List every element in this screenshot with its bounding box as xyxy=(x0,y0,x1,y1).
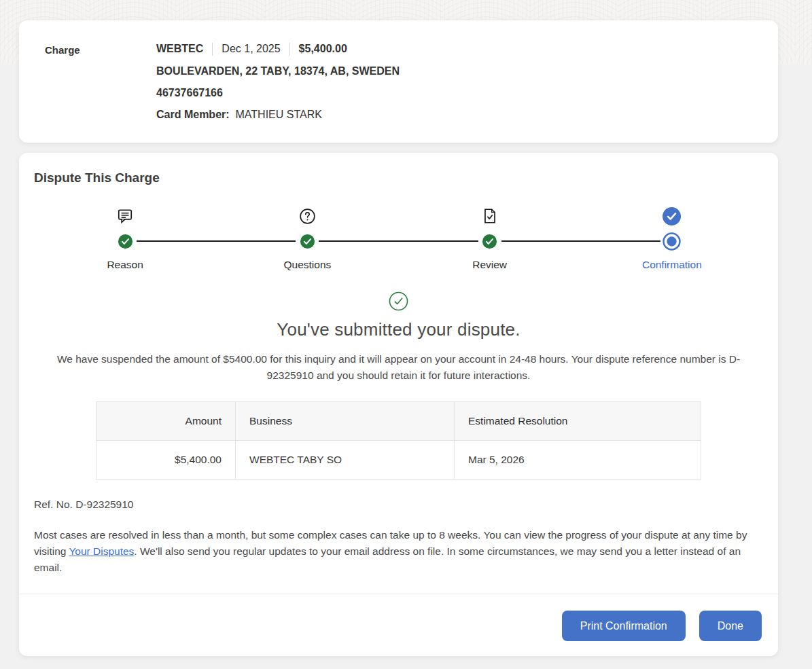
charge-amount: $5,400.00 xyxy=(299,43,347,55)
card-member-line: Card Member: MATHIEU STARK xyxy=(156,109,400,122)
merchant-phone: 46737667166 xyxy=(156,87,400,101)
reference-number: Ref. No. D-92325910 xyxy=(34,499,763,511)
cell-amount: $5,400.00 xyxy=(96,441,236,480)
table-row: $5,400.00 WEBTEC TABY SO Mar 5, 2026 xyxy=(96,441,701,480)
page-title: Dispute This Charge xyxy=(34,170,763,185)
column-header-estimated-resolution: Estimated Resolution xyxy=(455,402,701,441)
action-bar: Print Confirmation Done xyxy=(19,594,778,659)
column-header-amount: Amount xyxy=(96,402,236,441)
print-confirmation-button[interactable]: Print Confirmation xyxy=(562,611,686,641)
step-current-icon xyxy=(663,232,681,250)
merchant-name: WEBTEC xyxy=(156,43,203,55)
cell-estimated-resolution: Mar 5, 2026 xyxy=(455,441,701,480)
document-check-icon xyxy=(481,204,499,228)
info-text-after-link: . We'll also send you regular updates to… xyxy=(34,545,741,573)
your-disputes-link[interactable]: Your Disputes xyxy=(69,545,134,557)
merchant-line: WEBTEC Dec 1, 2025 $5,400.00 xyxy=(156,41,400,57)
cell-business: WEBTEC TABY SO xyxy=(236,441,455,480)
question-icon xyxy=(298,204,317,228)
card-member-name: MATHIEU STARK xyxy=(232,109,322,120)
success-check-icon xyxy=(34,291,763,311)
step-label-questions: Questions xyxy=(283,259,331,271)
confirmation-headline: You've submitted your dispute. xyxy=(34,319,763,340)
check-circle-icon xyxy=(663,204,681,228)
separator xyxy=(289,43,290,56)
done-button[interactable]: Done xyxy=(699,611,762,641)
charge-date: Dec 1, 2025 xyxy=(222,43,280,55)
column-header-business: Business xyxy=(236,402,455,441)
separator xyxy=(212,43,213,56)
step-label-review: Review xyxy=(472,259,507,271)
dispute-card: Dispute This Charge Reason xyxy=(19,153,778,656)
step-complete-icon xyxy=(118,232,133,250)
step-complete-icon xyxy=(482,232,497,250)
charge-summary-card: Charge WEBTEC Dec 1, 2025 $5,400.00 BOUL… xyxy=(19,20,778,143)
comment-icon xyxy=(116,204,134,228)
step-confirmation: Confirmation xyxy=(581,204,763,271)
dispute-summary-table: Amount Business Estimated Resolution $5,… xyxy=(96,401,701,480)
step-questions: Questions xyxy=(216,204,398,271)
confirmation-summary: We have suspended the amount of $5400.00… xyxy=(35,351,763,384)
progress-stepper: Reason Questions xyxy=(34,204,763,271)
charge-label: Charge xyxy=(45,41,156,122)
resolution-info-text: Most cases are resolved in less than a m… xyxy=(34,527,754,576)
table-header-row: Amount Business Estimated Resolution xyxy=(96,402,701,441)
card-member-label: Card Member: xyxy=(156,109,230,120)
step-label-confirmation: Confirmation xyxy=(642,259,702,271)
charge-details: WEBTEC Dec 1, 2025 $5,400.00 BOULEVARDEN… xyxy=(156,41,400,122)
merchant-address: BOULEVARDEN, 22 TABY, 18374, AB, SWEDEN xyxy=(156,65,400,79)
step-label-reason: Reason xyxy=(107,259,143,271)
step-complete-icon xyxy=(300,232,315,250)
step-review: Review xyxy=(399,204,581,271)
step-reason: Reason xyxy=(34,204,216,271)
